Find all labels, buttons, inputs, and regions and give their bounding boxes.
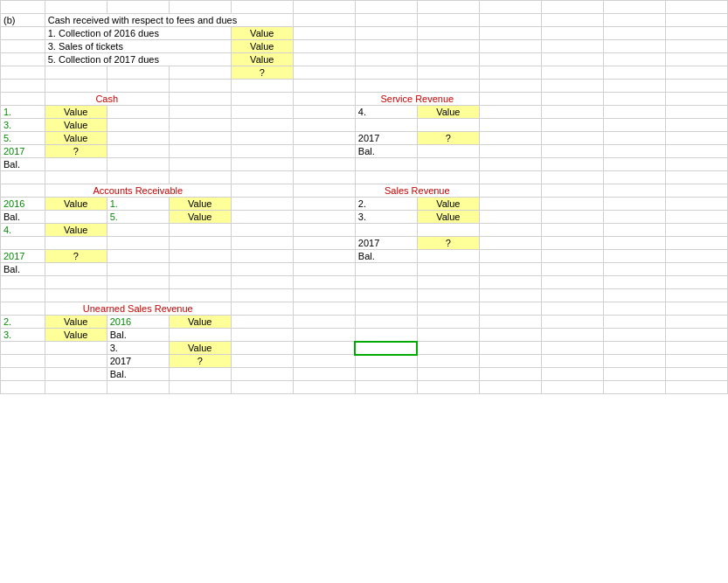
cell-r20c10 bbox=[541, 250, 603, 263]
cell-r5c12 bbox=[665, 53, 727, 66]
cell-r26c4 bbox=[169, 329, 231, 342]
cell-r7c10 bbox=[541, 80, 603, 93]
cell-usr-2-value[interactable]: Value bbox=[45, 316, 107, 329]
cell-r19c10 bbox=[541, 237, 603, 250]
cell-question-1[interactable]: ? bbox=[231, 66, 293, 80]
cell-r7c3 bbox=[107, 80, 169, 93]
cell-r20c11 bbox=[603, 250, 665, 263]
cell-r23c7 bbox=[355, 289, 417, 302]
cell-r23c12 bbox=[665, 289, 727, 302]
cell-cash-2017-question[interactable]: ? bbox=[45, 145, 107, 158]
cell-r26c12 bbox=[665, 329, 727, 342]
cell-r23c6 bbox=[293, 289, 355, 302]
cell-usr-2016-value[interactable]: Value bbox=[169, 316, 231, 329]
cell-value-item1[interactable]: Value bbox=[231, 27, 293, 40]
cell-r12c6 bbox=[293, 145, 355, 158]
cell-ar-2017-question[interactable]: ? bbox=[45, 250, 107, 263]
cell-r19c2 bbox=[45, 237, 107, 250]
cell-r13c4 bbox=[169, 158, 231, 171]
cell-r11c11 bbox=[603, 132, 665, 145]
cell-ar-4-value[interactable]: Value bbox=[45, 224, 107, 237]
cell-r9c10 bbox=[541, 106, 603, 119]
cell-r13c2 bbox=[45, 158, 107, 171]
cell-r3c9 bbox=[479, 27, 541, 40]
cell-r27c6 bbox=[293, 342, 355, 355]
cell-ar-2016-value[interactable]: Value bbox=[45, 198, 107, 211]
cell-cash-5-value[interactable]: Value bbox=[45, 132, 107, 145]
cell-usr-3b-value[interactable]: Value bbox=[169, 342, 231, 355]
cell-r11c5 bbox=[231, 132, 293, 145]
cell-r6c1 bbox=[1, 66, 45, 80]
cell-r26c6 bbox=[293, 329, 355, 342]
cell-usr-2017-question[interactable]: ? bbox=[169, 355, 231, 368]
cell-ar-5-label: 5. bbox=[107, 211, 169, 224]
cell-r24c6 bbox=[293, 302, 355, 316]
cell-r18c9 bbox=[479, 224, 541, 237]
cell-r29c2 bbox=[45, 368, 107, 381]
cell-active-input[interactable] bbox=[355, 342, 417, 355]
cell-r30c9 bbox=[479, 381, 541, 394]
cell-r2c10 bbox=[541, 14, 603, 27]
cell-r7c12 bbox=[665, 80, 727, 93]
cell-usr-3-value[interactable]: Value bbox=[45, 329, 107, 342]
cash-label: Cash bbox=[45, 93, 169, 106]
cell-ar-4-label: 4. bbox=[1, 224, 45, 237]
cell-r2c6 bbox=[293, 14, 355, 27]
cell-r21c6 bbox=[293, 263, 355, 276]
cell-r3c12 bbox=[665, 27, 727, 40]
cell-r16c10 bbox=[541, 198, 603, 211]
cell-r29c7 bbox=[355, 368, 417, 381]
cell-salesr-3-label: 3. bbox=[355, 211, 417, 224]
cell-r25c5 bbox=[231, 316, 293, 329]
cell-value-item5[interactable]: Value bbox=[231, 53, 293, 66]
cell-r24c5 bbox=[231, 302, 293, 316]
cell-ar-5-value[interactable]: Value bbox=[169, 211, 231, 224]
cell-cash-3-value[interactable]: Value bbox=[45, 119, 107, 132]
cell-ar-1-value[interactable]: Value bbox=[169, 198, 231, 211]
cell-r12c12 bbox=[665, 145, 727, 158]
cell-sr-2017-question[interactable]: ? bbox=[417, 132, 479, 145]
cell-r22c1 bbox=[1, 276, 45, 289]
cell-r14c9 bbox=[479, 171, 541, 184]
cell-r8c4 bbox=[169, 93, 231, 106]
cell-r29c1 bbox=[1, 368, 45, 381]
cell-r8c12 bbox=[665, 93, 727, 106]
cell-sr-4-value[interactable]: Value bbox=[417, 106, 479, 119]
cell-salesr-2-label: 2. bbox=[355, 198, 417, 211]
cell-r29c5 bbox=[231, 368, 293, 381]
cell-r17c5 bbox=[231, 211, 293, 224]
cell-r2c7 bbox=[355, 14, 417, 27]
cell-r11c10 bbox=[541, 132, 603, 145]
cell-salesr-2017-question[interactable]: ? bbox=[417, 237, 479, 250]
cell-r1c8 bbox=[417, 1, 479, 14]
cell-r28c1 bbox=[1, 355, 45, 368]
cell-r13c5 bbox=[231, 158, 293, 171]
cell-r30c3 bbox=[107, 381, 169, 394]
cell-r21c7 bbox=[355, 263, 417, 276]
cell-r1c12 bbox=[665, 1, 727, 14]
cell-r10c3 bbox=[107, 119, 169, 132]
cell-r15c1 bbox=[1, 184, 45, 198]
cell-r26c7 bbox=[355, 329, 417, 342]
cell-salesr-2017-label: 2017 bbox=[355, 237, 417, 250]
cell-r18c4 bbox=[169, 224, 231, 237]
cell-r14c6 bbox=[293, 171, 355, 184]
cell-r1c7 bbox=[355, 1, 417, 14]
cell-ar-bal2-label: Bal. bbox=[1, 263, 45, 276]
cell-r19c3 bbox=[107, 237, 169, 250]
cell-cash-1-value[interactable]: Value bbox=[45, 106, 107, 119]
cell-salesr-3-value[interactable]: Value bbox=[417, 211, 479, 224]
cell-r23c11 bbox=[603, 289, 665, 302]
cell-r12c8 bbox=[417, 145, 479, 158]
cell-salesr-2-value[interactable]: Value bbox=[417, 198, 479, 211]
cell-r12c11 bbox=[603, 145, 665, 158]
cell-r13c11 bbox=[603, 158, 665, 171]
cell-r5c9 bbox=[479, 53, 541, 66]
cell-intro-text: Cash received with respect to fees and d… bbox=[45, 14, 293, 27]
cell-r14c8 bbox=[417, 171, 479, 184]
cell-value-item3[interactable]: Value bbox=[231, 40, 293, 53]
cell-r29c12 bbox=[665, 368, 727, 381]
cell-r19c11 bbox=[603, 237, 665, 250]
cell-r21c9 bbox=[479, 263, 541, 276]
cell-r12c9 bbox=[479, 145, 541, 158]
